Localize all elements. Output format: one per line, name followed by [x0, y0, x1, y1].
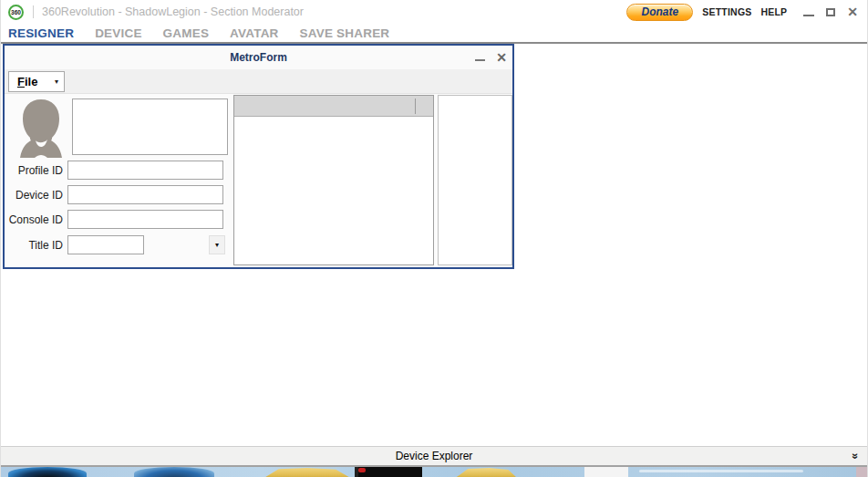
- desktop-fragment: [8, 467, 87, 477]
- dialog-close-button[interactable]: ✕: [496, 51, 507, 64]
- dialog-toolbar: File ▾: [5, 69, 512, 94]
- app-window: 360 360Revolution - ShadowLegion - Secti…: [0, 0, 868, 477]
- content-area: MetroForm ✕ File ▾: [1, 44, 867, 446]
- profile-id-label: Profile ID: [5, 164, 67, 177]
- tab-games[interactable]: GAMES: [163, 26, 210, 40]
- minimize-button[interactable]: [803, 5, 814, 19]
- chevron-down-icon: ▾: [55, 78, 58, 86]
- desktop-fragment: [584, 467, 628, 477]
- tab-device[interactable]: DEVICE: [95, 26, 141, 40]
- profile-info-box[interactable]: [72, 99, 228, 155]
- file-menu-label: File: [17, 75, 37, 88]
- avatar: [17, 99, 65, 159]
- column-divider[interactable]: [415, 99, 416, 114]
- dialog-body: Profile ID Device ID Console ID Title ID…: [5, 94, 512, 267]
- console-id-input[interactable]: [67, 210, 223, 229]
- listview-rows: [234, 117, 433, 264]
- donate-button[interactable]: Donate: [626, 4, 693, 21]
- desktop-strip: [1, 467, 867, 477]
- maximize-icon: [826, 8, 835, 16]
- console-id-label: Console ID: [5, 213, 67, 226]
- device-explorer-label: Device Explorer: [396, 450, 473, 462]
- dialog-titlebar[interactable]: MetroForm ✕: [5, 46, 512, 69]
- desktop-fragment: [134, 467, 214, 477]
- profile-id-input[interactable]: [67, 161, 223, 180]
- device-explorer-bar[interactable]: Device Explorer »: [1, 446, 867, 465]
- title-id-input[interactable]: [67, 235, 144, 254]
- profile-id-row: Profile ID: [5, 161, 223, 180]
- listview-header[interactable]: [234, 96, 433, 117]
- collapse-chevrons-icon[interactable]: »: [850, 453, 863, 460]
- app-header: 360 360Revolution - ShadowLegion - Secti…: [1, 0, 867, 24]
- header-divider: [33, 5, 34, 18]
- results-listview[interactable]: [233, 95, 434, 265]
- console-id-row: Console ID: [5, 210, 223, 229]
- window-controls: ✕: [803, 5, 858, 19]
- tab-save-sharer[interactable]: SAVE SHARER: [300, 26, 390, 40]
- side-panel: [438, 95, 512, 265]
- desktop-fragment: [639, 470, 803, 472]
- metroform-dialog: MetroForm ✕ File ▾: [3, 44, 514, 269]
- maximize-button[interactable]: [826, 5, 835, 19]
- main-tabbar: RESIGNER DEVICE GAMES AVATAR SAVE SHARER: [1, 24, 867, 42]
- tab-resigner[interactable]: RESIGNER: [8, 26, 74, 40]
- minimize-icon: [803, 8, 814, 16]
- device-id-input[interactable]: [67, 185, 223, 204]
- device-id-row: Device ID: [5, 185, 223, 204]
- device-id-label: Device ID: [5, 189, 67, 202]
- settings-button[interactable]: SETTINGS: [702, 6, 751, 17]
- help-button[interactable]: HELP: [760, 6, 787, 17]
- tab-avatar[interactable]: AVATAR: [230, 26, 278, 40]
- title-id-dropdown-button[interactable]: ▾: [209, 235, 225, 254]
- desktop-fragment: [856, 467, 867, 477]
- app-logo-360-icon: 360: [8, 5, 24, 20]
- title-id-label: Title ID: [5, 239, 67, 252]
- title-id-row: Title ID: [5, 235, 144, 254]
- dialog-title: MetroForm: [230, 51, 287, 64]
- desktop-fragment: [263, 468, 352, 477]
- desktop-fragment: [454, 468, 518, 477]
- desktop-fragment: [358, 468, 366, 472]
- window-title: 360Revolution - ShadowLegion - Section M…: [42, 5, 304, 18]
- avatar-silhouette-icon: [17, 99, 65, 159]
- chevron-down-icon: ▾: [215, 241, 219, 249]
- dialog-minimize-button[interactable]: [475, 54, 485, 61]
- close-button[interactable]: ✕: [847, 5, 858, 19]
- file-menu-button[interactable]: File ▾: [8, 71, 65, 92]
